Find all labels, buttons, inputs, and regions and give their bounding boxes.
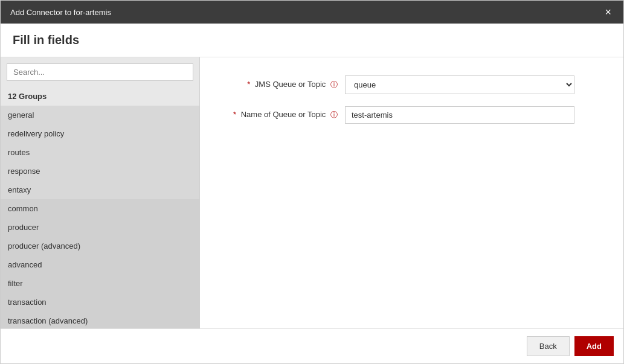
sidebar-item-advanced[interactable]: advanced bbox=[1, 255, 199, 274]
sidebar-item-general[interactable]: general bbox=[1, 106, 199, 124]
required-star-jms: * bbox=[247, 80, 250, 89]
sidebar-item-routes[interactable]: routes bbox=[1, 143, 199, 162]
dialog-header: Add Connector to for-artemis × bbox=[1, 1, 623, 24]
dialog-title: Add Connector to for-artemis bbox=[10, 8, 111, 17]
jms-queue-field-row: * JMS Queue or Topic ⓘ queue topic bbox=[224, 75, 599, 94]
required-star-name: * bbox=[233, 110, 236, 119]
back-button[interactable]: Back bbox=[527, 336, 570, 356]
name-queue-info-icon[interactable]: ⓘ bbox=[330, 110, 338, 119]
dialog-subtitle: Fill in fields bbox=[1, 24, 623, 57]
groups-label: 12 Groups bbox=[1, 87, 199, 106]
jms-queue-label: * JMS Queue or Topic ⓘ bbox=[224, 80, 345, 90]
add-button[interactable]: Add bbox=[574, 336, 614, 356]
sidebar: 12 Groups general redelivery policy rout… bbox=[1, 57, 200, 328]
sidebar-item-response[interactable]: response bbox=[1, 162, 199, 180]
jms-queue-info-icon[interactable]: ⓘ bbox=[330, 80, 338, 89]
sidebar-item-transaction[interactable]: transaction bbox=[1, 293, 199, 311]
sidebar-item-producer[interactable]: producer bbox=[1, 218, 199, 237]
add-connector-dialog: Add Connector to for-artemis × Fill in f… bbox=[0, 0, 624, 364]
sidebar-item-entaxy[interactable]: entaxy bbox=[1, 180, 199, 199]
search-container bbox=[1, 57, 199, 87]
search-input[interactable] bbox=[7, 63, 193, 81]
dialog-footer: Back Add bbox=[1, 328, 623, 363]
sidebar-item-redelivery-policy[interactable]: redelivery policy bbox=[1, 124, 199, 143]
name-queue-input[interactable] bbox=[345, 106, 574, 124]
close-button[interactable]: × bbox=[602, 7, 614, 18]
main-content: * JMS Queue or Topic ⓘ queue topic * Nam… bbox=[200, 57, 623, 328]
sidebar-item-filter[interactable]: filter bbox=[1, 274, 199, 293]
sidebar-item-transaction-advanced[interactable]: transaction (advanced) bbox=[1, 311, 199, 328]
sidebar-item-producer-advanced[interactable]: producer (advanced) bbox=[1, 237, 199, 255]
sidebar-item-common[interactable]: common bbox=[1, 199, 199, 218]
name-queue-label: * Name of Queue or Topic ⓘ bbox=[224, 110, 345, 120]
jms-queue-select[interactable]: queue topic bbox=[345, 75, 574, 94]
name-queue-field-row: * Name of Queue or Topic ⓘ bbox=[224, 106, 599, 124]
dialog-body: 12 Groups general redelivery policy rout… bbox=[1, 57, 623, 328]
